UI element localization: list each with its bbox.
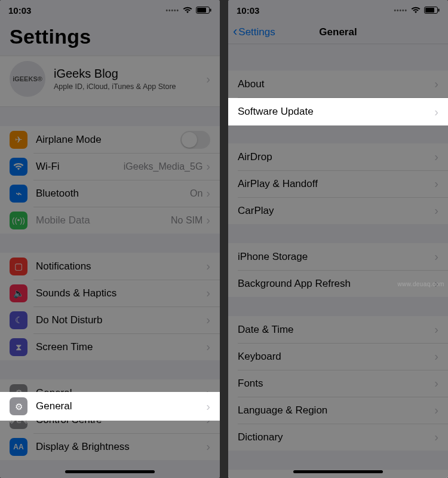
wifi-detail: iGeeks_Media_5G bbox=[124, 161, 203, 172]
notifications-icon: ▢ bbox=[10, 258, 27, 275]
iphone-storage-row[interactable]: iPhone Storage› bbox=[228, 243, 448, 270]
svg-rect-4 bbox=[425, 8, 434, 13]
svg-rect-1 bbox=[197, 8, 206, 13]
airplane-icon: ✈ bbox=[10, 131, 27, 149]
chevron-right-icon: › bbox=[434, 177, 438, 191]
chevron-right-icon: › bbox=[434, 403, 438, 417]
watermark: www.deuaq.com bbox=[397, 281, 444, 287]
software-update-row-highlight[interactable]: Software Update › bbox=[228, 98, 448, 125]
bluetooth-icon: ⌁ bbox=[10, 185, 27, 203]
page-title: Settings bbox=[0, 20, 220, 56]
status-icons: ••••• bbox=[394, 7, 440, 14]
chevron-right-icon: › bbox=[434, 250, 438, 263]
chevron-right-icon: › bbox=[434, 350, 438, 363]
notifications-row[interactable]: ▢ Notifications › bbox=[0, 253, 220, 280]
home-indicator[interactable] bbox=[65, 470, 155, 473]
fonts-row[interactable]: Fonts› bbox=[228, 370, 448, 397]
region-group: Date & Time› Keyboard› Fonts› Language &… bbox=[228, 316, 448, 451]
status-bar: 10:03 ••••• bbox=[228, 0, 448, 20]
battery-icon bbox=[196, 7, 211, 14]
apple-id-row[interactable]: iGEEKS® iGeeks Blog Apple ID, iCloud, iT… bbox=[0, 56, 220, 107]
connectivity-group: ✈ Airplane Mode Wi-Fi iGeeks_Media_5G › … bbox=[0, 126, 220, 234]
carplay-row[interactable]: CarPlay› bbox=[228, 197, 448, 224]
chevron-right-icon: › bbox=[206, 213, 210, 227]
date-time-row[interactable]: Date & Time› bbox=[228, 316, 448, 343]
status-icons: ••••• bbox=[165, 7, 211, 14]
account-subtitle: Apple ID, iCloud, iTunes & App Store bbox=[54, 82, 176, 91]
gear-icon: ⚙ bbox=[10, 397, 27, 415]
airplay-row[interactable]: AirPlay & Handoff› bbox=[228, 170, 448, 197]
chevron-right-icon: › bbox=[434, 77, 438, 91]
account-name: iGeeks Blog bbox=[54, 67, 176, 81]
clock: 10:03 bbox=[8, 5, 31, 16]
about-row[interactable]: About › bbox=[228, 71, 448, 97]
bluetooth-detail: On bbox=[190, 188, 202, 199]
wifi-icon bbox=[183, 7, 192, 14]
chevron-right-icon: › bbox=[434, 105, 438, 119]
clock: 10:03 bbox=[237, 5, 259, 16]
chevron-right-icon: › bbox=[434, 323, 438, 336]
mobile-data-row[interactable]: ((•)) Mobile Data No SIM › bbox=[0, 207, 220, 234]
settings-screen: 10:03 ••••• Settings iGEEKS® iGeeks Blog… bbox=[0, 0, 220, 478]
back-button[interactable]: ‹ Settings bbox=[233, 26, 275, 39]
chevron-right-icon: › bbox=[434, 430, 438, 444]
display-row[interactable]: AA Display & Brightness › bbox=[0, 433, 220, 460]
wifi-settings-icon bbox=[10, 158, 27, 176]
keyboard-row[interactable]: Keyboard› bbox=[228, 343, 448, 370]
mobile-detail: No SIM bbox=[171, 215, 202, 226]
chevron-right-icon: › bbox=[206, 286, 210, 300]
general-row-highlight[interactable]: ⚙ General › bbox=[0, 392, 220, 421]
status-bar: 10:03 ••••• bbox=[0, 0, 220, 20]
chevron-right-icon: › bbox=[434, 376, 438, 390]
chevron-right-icon: › bbox=[434, 150, 438, 164]
alerts-group: ▢ Notifications › 🔈 Sounds & Haptics › ☾… bbox=[0, 253, 220, 360]
wifi-row[interactable]: Wi-Fi iGeeks_Media_5G › bbox=[0, 153, 220, 180]
home-indicator[interactable] bbox=[293, 470, 383, 473]
chevron-right-icon: › bbox=[206, 313, 210, 327]
signal-dots-icon: ••••• bbox=[165, 7, 179, 14]
screentime-row[interactable]: ⧗ Screen Time › bbox=[0, 333, 220, 360]
moon-icon: ☾ bbox=[10, 311, 27, 329]
sounds-icon: 🔈 bbox=[10, 284, 27, 302]
airplane-toggle[interactable] bbox=[180, 131, 210, 149]
chevron-right-icon: › bbox=[206, 340, 210, 354]
wifi-icon bbox=[411, 7, 421, 14]
battery-icon bbox=[424, 7, 440, 14]
airdrop-group: AirDrop› AirPlay & Handoff› CarPlay› bbox=[228, 143, 448, 224]
chevron-right-icon: › bbox=[206, 259, 210, 273]
airdrop-row[interactable]: AirDrop› bbox=[228, 143, 448, 170]
cellular-icon: ((•)) bbox=[10, 212, 27, 229]
signal-dots-icon: ••••• bbox=[394, 7, 407, 14]
sounds-row[interactable]: 🔈 Sounds & Haptics › bbox=[0, 280, 220, 307]
hourglass-icon: ⧗ bbox=[10, 338, 27, 356]
nav-bar: ‹ Settings General bbox=[228, 20, 448, 44]
svg-rect-5 bbox=[438, 9, 440, 12]
dictionary-row[interactable]: Dictionary› bbox=[228, 424, 448, 451]
dnd-row[interactable]: ☾ Do Not Disturb › bbox=[0, 307, 220, 333]
storage-group: iPhone Storage› Background App Refresh› bbox=[228, 243, 448, 297]
chevron-right-icon: › bbox=[206, 160, 210, 173]
chevron-right-icon: › bbox=[434, 204, 438, 217]
general-screen: 10:03 ••••• ‹ Settings General About › S… bbox=[228, 0, 448, 478]
svg-rect-2 bbox=[210, 9, 211, 12]
bluetooth-row[interactable]: ⌁ Bluetooth On › bbox=[0, 180, 220, 207]
chevron-right-icon: › bbox=[206, 400, 210, 413]
airplane-mode-row[interactable]: ✈ Airplane Mode bbox=[0, 126, 220, 153]
chevron-right-icon: › bbox=[206, 440, 210, 454]
avatar: iGEEKS® bbox=[10, 61, 45, 97]
chevron-left-icon: ‹ bbox=[233, 25, 237, 38]
chevron-right-icon: › bbox=[206, 186, 210, 200]
chevron-right-icon: › bbox=[206, 72, 210, 86]
text-size-icon: AA bbox=[10, 438, 27, 456]
language-region-row[interactable]: Language & Region› bbox=[228, 397, 448, 424]
